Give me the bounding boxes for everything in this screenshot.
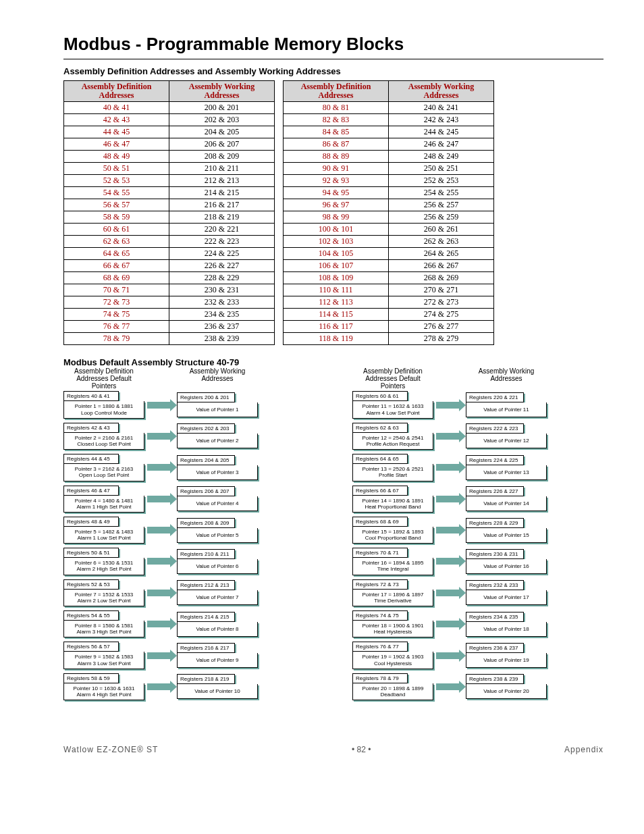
- def-cell: 78 & 79: [64, 333, 169, 345]
- wrk-reg: Registers 226 & 227: [466, 486, 524, 496]
- def-box: Registers 48 & 49Pointer 5 = 1482 & 1483…: [63, 517, 144, 544]
- footer-page: • 82 •: [352, 745, 371, 754]
- def-cell: 110 & 111: [284, 284, 389, 296]
- def-cell: 42 & 43: [64, 114, 169, 126]
- wrk-box: Registers 230 & 231Value of Pointer 16: [466, 549, 547, 574]
- def-cell: 104 & 105: [284, 248, 389, 260]
- pointer-pair: Registers 64 & 65Pointer 13 = 2520 & 252…: [352, 454, 547, 481]
- wrk-val: Value of Pointer 6: [177, 559, 258, 574]
- wrk-cell: 272 & 273: [389, 296, 494, 309]
- pointer-pair: Registers 44 & 45Pointer 3 = 2162 & 2163…: [63, 454, 258, 481]
- def-box: Registers 62 & 63Pointer 12 = 2540 & 254…: [352, 423, 433, 450]
- def-cell: 40 & 41: [64, 102, 169, 114]
- wrk-box: Registers 204 & 205Value of Pointer 3: [177, 455, 258, 480]
- table-row: 80 & 81240 & 241: [284, 102, 494, 114]
- table-row: 50 & 51210 & 211: [64, 163, 275, 175]
- head-wrk: Assembly Working Addresses: [466, 367, 547, 390]
- def-cell: 100 & 101: [284, 224, 389, 236]
- table-row: 82 & 83242 & 243: [284, 114, 494, 126]
- diagrams: Assembly Definition Addresses Default Po…: [63, 367, 603, 704]
- def-ptr: Pointer 3 = 2162 & 2163Open Loop Set Poi…: [63, 464, 144, 481]
- def-cell: 46 & 47: [64, 138, 169, 151]
- table-row: 86 & 87246 & 247: [284, 138, 494, 151]
- wrk-box: Registers 200 & 201Value of Pointer 1: [177, 392, 258, 417]
- def-cell: 92 & 93: [284, 175, 389, 187]
- wrk-val: Value of Pointer 17: [466, 590, 547, 605]
- wrk-cell: 210 & 211: [169, 163, 275, 175]
- section-subtitle-1: Assembly Definition Addresses and Assemb…: [63, 66, 603, 76]
- pointer-pair: Registers 58 & 59Pointer 10 = 1630 & 163…: [63, 673, 258, 700]
- def-cell: 114 & 115: [284, 309, 389, 321]
- def-box: Registers 44 & 45Pointer 3 = 2162 & 2163…: [63, 454, 144, 481]
- def-reg: Registers 48 & 49: [63, 517, 119, 527]
- table-row: 46 & 47206 & 207: [64, 138, 275, 151]
- def-reg: Registers 52 & 53: [63, 579, 119, 590]
- def-cell: 66 & 67: [64, 260, 169, 272]
- table-row: 74 & 75234 & 235: [64, 309, 275, 321]
- wrk-cell: 238 & 239: [169, 333, 275, 345]
- table-row: 96 & 97256 & 257: [284, 199, 494, 211]
- wrk-reg: Registers 206 & 207: [177, 486, 235, 496]
- wrk-cell: 214 & 215: [169, 187, 275, 199]
- def-cell: 44 & 45: [64, 126, 169, 138]
- arrow-icon: [144, 525, 177, 535]
- arrow-icon: [144, 400, 177, 410]
- wrk-box: Registers 218 & 219Value of Pointer 10: [177, 674, 258, 699]
- arrow-icon: [433, 400, 466, 410]
- def-ptr: Pointer 20 = 1898 & 1899Deadband: [352, 683, 433, 700]
- wrk-cell: 274 & 275: [389, 309, 494, 321]
- wrk-reg: Registers 214 & 215: [177, 612, 235, 622]
- pointer-pair: Registers 62 & 63Pointer 12 = 2540 & 254…: [352, 423, 547, 450]
- wrk-reg: Registers 230 & 231: [466, 549, 524, 559]
- def-box: Registers 66 & 67Pointer 14 = 1890 & 189…: [352, 486, 433, 513]
- def-cell: 108 & 109: [284, 272, 389, 284]
- table-row: 106 & 107266 & 267: [284, 260, 494, 272]
- def-box: Registers 78 & 79Pointer 20 = 1898 & 189…: [352, 673, 433, 700]
- wrk-cell: 236 & 237: [169, 321, 275, 333]
- wrk-reg: Registers 200 & 201: [177, 392, 235, 402]
- def-ptr: Pointer 11 = 1632 & 1633Alarm 4 Low Set …: [352, 401, 433, 418]
- def-cell: 70 & 71: [64, 284, 169, 296]
- wrk-cell: 254 & 255: [389, 187, 494, 199]
- table-row: 66 & 67226 & 227: [64, 260, 275, 272]
- def-cell: 96 & 97: [284, 199, 389, 211]
- wrk-val: Value of Pointer 8: [177, 622, 258, 637]
- def-box: Registers 64 & 65Pointer 13 = 2520 & 252…: [352, 454, 433, 481]
- wrk-cell: 278 & 279: [389, 333, 494, 345]
- wrk-reg: Registers 220 & 221: [466, 392, 524, 402]
- arrow-icon: [433, 494, 466, 504]
- wrk-reg: Registers 210 & 211: [177, 549, 235, 559]
- head-def: Assembly Definition Addresses Default Po…: [352, 367, 433, 390]
- arrow-icon: [433, 619, 466, 629]
- footer-left: Watlow EZ-ZONE® ST: [63, 745, 158, 754]
- wrk-cell: 250 & 251: [389, 163, 494, 175]
- wrk-box: Registers 232 & 233Value of Pointer 17: [466, 580, 547, 605]
- table-row: 108 & 109268 & 269: [284, 272, 494, 284]
- def-reg: Registers 44 & 45: [63, 454, 119, 464]
- wrk-cell: 240 & 241: [389, 102, 494, 114]
- arrow-icon: [144, 619, 177, 629]
- def-ptr: Pointer 18 = 1900 & 1901Heat Hysteresis: [352, 621, 433, 637]
- table-row: 90 & 91250 & 251: [284, 163, 494, 175]
- pointer-pair: Registers 48 & 49Pointer 5 = 1482 & 1483…: [63, 517, 258, 544]
- wrk-reg: Registers 228 & 229: [466, 518, 524, 528]
- def-cell: 116 & 117: [284, 321, 389, 333]
- head-wrk: Assembly Working Addresses: [177, 367, 258, 390]
- wrk-reg: Registers 216 & 217: [177, 643, 235, 653]
- def-reg: Registers 40 & 41: [63, 391, 119, 401]
- def-cell: 60 & 61: [64, 224, 169, 236]
- pointer-pair: Registers 40 & 41Pointer 1 = 1880 & 1881…: [63, 391, 258, 418]
- head-def: Assembly Definition Addresses Default Po…: [63, 367, 144, 390]
- def-cell: 88 & 89: [284, 151, 389, 163]
- wrk-cell: 208 & 209: [169, 151, 275, 163]
- def-reg: Registers 70 & 71: [352, 548, 408, 558]
- title-rule: [63, 59, 603, 59]
- wrk-cell: 276 & 277: [389, 321, 494, 333]
- table-row: 78 & 79238 & 239: [64, 333, 275, 345]
- def-cell: 118 & 119: [284, 333, 389, 345]
- table-row: 104 & 105264 & 265: [284, 248, 494, 260]
- wrk-reg: Registers 204 & 205: [177, 455, 235, 465]
- wrk-cell: 228 & 229: [169, 272, 275, 284]
- def-ptr: Pointer 7 = 1532 & 1533Alarm 2 Low Set P…: [63, 590, 144, 606]
- def-cell: 56 & 57: [64, 199, 169, 211]
